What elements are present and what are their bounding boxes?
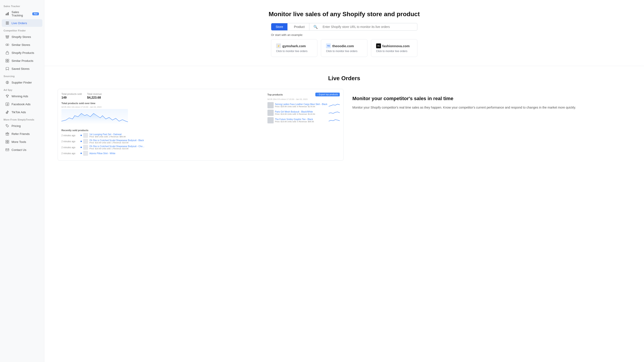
sidebar-item-supplier-finder[interactable]: Supplier Finder (2, 79, 42, 86)
svg-rect-29 (6, 149, 9, 151)
main-content: Monitor live sales of any Shopify store … (44, 0, 644, 362)
live-orders-title: Live Orders (58, 75, 631, 82)
svg-rect-11 (8, 59, 9, 60)
theoodie-card-sub: Click to monitor live orders (326, 50, 362, 53)
sidebar-item-label-winning-ads: Winning Ads (12, 95, 28, 98)
sidebar-item-pricing[interactable]: Pricing (2, 122, 42, 130)
svg-rect-5 (6, 24, 9, 24)
sidebar-section-label: Sales Tracker (0, 3, 44, 8)
sidebar-item-label-similar-products: Similar Products (12, 59, 33, 62)
sidebar-section-label: Competitor Finder (0, 27, 44, 33)
sidebar-item-label-shopify-products: Shopify Products (12, 51, 34, 54)
tab-store[interactable]: Store (271, 23, 288, 30)
svg-rect-13 (8, 61, 9, 62)
sidebar-item-winning-ads[interactable]: Winning Ads (2, 92, 42, 100)
svg-rect-4 (6, 23, 9, 23)
fashionnova-card-name: FN fashionnova.com (376, 43, 412, 48)
search-icon: 🔍 (311, 25, 318, 29)
example-card-gymshark[interactable]: ⚡ gymshark.com Click to monitor live ord… (271, 39, 317, 57)
similar-stores-icon (5, 43, 9, 47)
store-icon (5, 35, 9, 39)
top-product-row: Serong Ladies Faux Leather Cargo Maxi Sk… (268, 102, 340, 108)
product-name: The Future Smiley Graphic Tee - Black (275, 118, 327, 120)
total-products-stat: Total products sold 149 (62, 93, 82, 99)
sidebar-item-live-orders[interactable]: Live Orders (2, 19, 42, 27)
recent-product-info: Oh She is Crotched Sculpt Shapewear Body… (89, 145, 144, 150)
recent-time: 2 minutes ago (62, 134, 79, 137)
sidebar-item-label-supplier-finder: Supplier Finder (12, 81, 32, 84)
product-meta: Price: $19.99 Units sold: 5 Revenue: $99… (275, 120, 327, 123)
sidebar-item-tiktok-ads[interactable]: TikTok Ads (2, 108, 42, 116)
sidebar-item-sales-tracking[interactable]: Sales TrackingHot (2, 9, 42, 19)
recent-time: 2 minutes ago (62, 140, 79, 143)
sidebar-item-saved-stores[interactable]: Saved Stores (2, 65, 42, 72)
gymshark-logo: ⚡ (276, 43, 281, 48)
tab-product[interactable]: Product (290, 23, 309, 30)
theoodie-card-name: TO theoodie.com (326, 43, 362, 48)
recent-product-meta: Price: $49 Units sold: 2 Revenue: $89.98 (89, 136, 126, 138)
svg-point-15 (7, 82, 8, 83)
product-info: Serong Ladies Faux Leather Cargo Maxi Sk… (275, 103, 327, 108)
sidebar-item-shopify-stores[interactable]: Shopify Stores (2, 33, 42, 40)
sidebar-item-label-tiktok-ads: TikTok Ads (12, 111, 26, 114)
svg-point-8 (7, 44, 9, 46)
live-text-title: Monitor your competitor's sales in real … (352, 95, 631, 102)
chart-subtitle: 0d 0h 26m 10s since 17:15:00 - Jan 03, 2… (62, 106, 128, 108)
recent-product-info: Oh She is Crotched Sculpt Shapewear Body… (89, 139, 144, 144)
recent-product-image (83, 139, 88, 144)
similar-products-icon (5, 59, 9, 63)
gymshark-card-sub: Click to monitor live orders (276, 50, 312, 53)
sparkline-chart (329, 103, 340, 107)
search-input[interactable] (320, 23, 417, 30)
sidebar-section-label: More From SimplyTrends (0, 116, 44, 122)
sidebar-item-shopify-products[interactable]: Shopify Products (2, 49, 42, 56)
recent-dot (80, 153, 82, 154)
sidebar-item-label-sales-tracking: Sales Tracking (12, 10, 30, 17)
example-card-theoodie[interactable]: TO theoodie.com Click to monitor live or… (321, 39, 367, 57)
svg-rect-9 (6, 52, 9, 54)
recent-product-name: Adonis Pillow Shirt - White (89, 152, 115, 155)
sidebar-badge-sales-tracking: Hot (32, 12, 39, 15)
recent-product-image (83, 145, 88, 150)
recent-product-name: Oh She is Crotched Sculpt Shapewear Body… (89, 139, 144, 142)
bag-icon (5, 51, 9, 55)
sidebar-item-more-tools[interactable]: More Tools (2, 138, 42, 146)
sidebar-item-label-facebook-ads: Facebook Ads (12, 103, 30, 106)
sidebar-item-label-more-tools: More Tools (12, 140, 26, 144)
recent-product-row: 2 minutes ago 1st Lounging Pant Set - Oa… (62, 133, 340, 138)
svg-rect-27 (6, 142, 7, 143)
example-card-fashionnova[interactable]: FN fashionnova.com Click to monitor live… (371, 39, 417, 57)
sidebar-item-contact-us[interactable]: Contact Us (2, 146, 42, 154)
tag-icon (5, 124, 9, 128)
theoodie-logo: TO (326, 43, 331, 48)
supplier-icon (5, 80, 9, 84)
product-name: Paris Girl Mesh Bodysuit - Black/White (275, 111, 327, 113)
saved-icon (5, 67, 9, 71)
top-products-header: Top products ↑ Export top products (268, 93, 340, 96)
export-top-products-button[interactable]: ↑ Export top products (315, 93, 340, 96)
product-image (268, 102, 274, 108)
hero-section: Monitor live sales of any Shopify store … (44, 0, 644, 66)
sidebar-item-similar-products[interactable]: Similar Products (2, 57, 42, 64)
svg-rect-23 (6, 133, 9, 134)
svg-rect-26 (8, 140, 9, 142)
product-info: The Future Smiley Graphic Tee - Black Pr… (275, 118, 327, 123)
sidebar-item-label-refer-friends: Refer Friends (12, 132, 30, 136)
sparkline-chart (329, 111, 340, 115)
mock-chart (62, 109, 128, 124)
sidebar-item-refer-friends[interactable]: Refer Friends (2, 130, 42, 138)
sidebar-item-label-saved-stores: Saved Stores (12, 67, 30, 70)
recent-product-meta: Price: $19.99 Units sold: 1 Revenue: $19… (89, 148, 144, 150)
total-revenue-stat: Total revenue $4,223.68 (87, 93, 102, 99)
gift-icon (5, 132, 9, 136)
list-icon (5, 21, 9, 25)
recent-dot (80, 147, 82, 148)
sidebar-item-facebook-ads[interactable]: Facebook Ads (2, 100, 42, 108)
sidebar-item-label-similar-stores: Similar Stores (12, 43, 30, 46)
facebook-icon (5, 102, 9, 106)
recent-dot (80, 141, 82, 142)
svg-rect-6 (7, 37, 8, 38)
sidebar-item-similar-stores[interactable]: Similar Stores (2, 41, 42, 48)
recent-dot (80, 135, 82, 136)
recent-product-row: 2 minutes ago Oh She is Crotched Sculpt … (62, 139, 340, 144)
